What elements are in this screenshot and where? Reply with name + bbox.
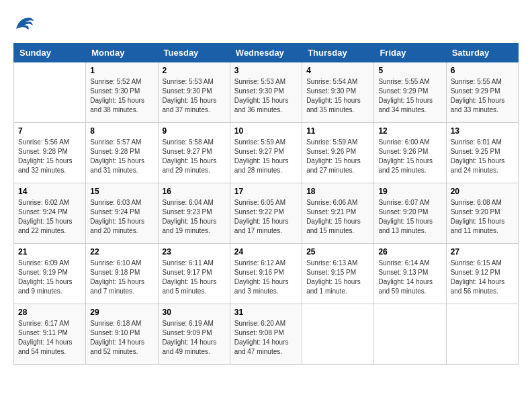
calendar-cell: 24Sunrise: 6:12 AM Sunset: 9:16 PM Dayli… <box>230 244 302 304</box>
day-info: Sunrise: 6:01 AM Sunset: 9:25 PM Dayligh… <box>451 138 514 175</box>
day-info: Sunrise: 6:06 AM Sunset: 9:21 PM Dayligh… <box>306 198 369 236</box>
calendar-cell: 31Sunrise: 6:20 AM Sunset: 9:08 PM Dayli… <box>230 304 302 365</box>
day-info: Sunrise: 6:13 AM Sunset: 9:15 PM Dayligh… <box>306 259 369 296</box>
calendar-cell: 30Sunrise: 6:19 AM Sunset: 9:09 PM Dayli… <box>158 304 230 365</box>
header-tuesday: Tuesday <box>158 44 230 62</box>
day-number: 7 <box>18 126 81 136</box>
day-info: Sunrise: 6:08 AM Sunset: 9:20 PM Dayligh… <box>451 198 514 236</box>
calendar-cell: 7Sunrise: 5:56 AM Sunset: 9:28 PM Daylig… <box>14 123 86 183</box>
day-number: 12 <box>378 126 441 136</box>
day-info: Sunrise: 6:20 AM Sunset: 9:08 PM Dayligh… <box>234 319 298 357</box>
calendar-cell: 27Sunrise: 6:15 AM Sunset: 9:12 PM Dayli… <box>446 244 518 304</box>
day-info: Sunrise: 6:09 AM Sunset: 9:19 PM Dayligh… <box>18 259 81 296</box>
calendar-week-5: 28Sunrise: 6:17 AM Sunset: 9:11 PM Dayli… <box>14 304 519 365</box>
day-number: 19 <box>378 187 441 196</box>
day-number: 11 <box>306 126 369 136</box>
day-info: Sunrise: 5:54 AM Sunset: 9:30 PM Dayligh… <box>306 77 369 115</box>
page-header <box>13 13 519 32</box>
day-info: Sunrise: 5:53 AM Sunset: 9:30 PM Dayligh… <box>163 77 226 115</box>
calendar-cell: 6Sunrise: 5:55 AM Sunset: 9:29 PM Daylig… <box>446 62 518 123</box>
day-number: 17 <box>234 187 298 196</box>
header-saturday: Saturday <box>446 44 518 62</box>
header-friday: Friday <box>374 44 446 62</box>
day-number: 16 <box>163 187 226 196</box>
calendar-cell <box>374 304 446 365</box>
logo-icon <box>13 13 35 32</box>
day-number: 30 <box>163 308 226 317</box>
day-number: 14 <box>18 187 81 196</box>
day-number: 26 <box>378 247 441 257</box>
day-number: 31 <box>234 308 298 317</box>
calendar-cell: 4Sunrise: 5:54 AM Sunset: 9:30 PM Daylig… <box>302 62 374 123</box>
day-number: 23 <box>163 247 226 257</box>
day-number: 5 <box>378 66 441 75</box>
day-info: Sunrise: 5:56 AM Sunset: 9:28 PM Dayligh… <box>18 138 81 175</box>
calendar-header-row: SundayMondayTuesdayWednesdayThursdayFrid… <box>14 44 519 62</box>
calendar-cell: 9Sunrise: 5:58 AM Sunset: 9:27 PM Daylig… <box>158 123 230 183</box>
calendar-cell: 17Sunrise: 6:05 AM Sunset: 9:22 PM Dayli… <box>230 183 302 244</box>
day-info: Sunrise: 6:00 AM Sunset: 9:26 PM Dayligh… <box>378 138 441 175</box>
day-number: 15 <box>90 187 153 196</box>
day-info: Sunrise: 6:11 AM Sunset: 9:17 PM Dayligh… <box>163 259 226 296</box>
calendar-week-4: 21Sunrise: 6:09 AM Sunset: 9:19 PM Dayli… <box>14 244 519 304</box>
calendar-cell: 15Sunrise: 6:03 AM Sunset: 9:24 PM Dayli… <box>86 183 158 244</box>
calendar-cell: 8Sunrise: 5:57 AM Sunset: 9:28 PM Daylig… <box>86 123 158 183</box>
day-number: 18 <box>306 187 369 196</box>
calendar-week-1: 1Sunrise: 5:52 AM Sunset: 9:30 PM Daylig… <box>14 62 519 123</box>
day-info: Sunrise: 5:52 AM Sunset: 9:30 PM Dayligh… <box>90 77 153 115</box>
day-number: 25 <box>306 247 369 257</box>
calendar-cell: 29Sunrise: 6:18 AM Sunset: 9:10 PM Dayli… <box>86 304 158 365</box>
day-info: Sunrise: 6:03 AM Sunset: 9:24 PM Dayligh… <box>90 198 153 236</box>
day-number: 24 <box>234 247 298 257</box>
header-thursday: Thursday <box>302 44 374 62</box>
calendar-cell: 22Sunrise: 6:10 AM Sunset: 9:18 PM Dayli… <box>86 244 158 304</box>
header-sunday: Sunday <box>14 44 86 62</box>
calendar-week-2: 7Sunrise: 5:56 AM Sunset: 9:28 PM Daylig… <box>14 123 519 183</box>
calendar-cell: 13Sunrise: 6:01 AM Sunset: 9:25 PM Dayli… <box>446 123 518 183</box>
day-info: Sunrise: 5:59 AM Sunset: 9:27 PM Dayligh… <box>234 138 298 175</box>
day-info: Sunrise: 6:19 AM Sunset: 9:09 PM Dayligh… <box>163 319 226 357</box>
day-number: 13 <box>451 126 514 136</box>
calendar-cell: 25Sunrise: 6:13 AM Sunset: 9:15 PM Dayli… <box>302 244 374 304</box>
calendar-cell: 2Sunrise: 5:53 AM Sunset: 9:30 PM Daylig… <box>158 62 230 123</box>
calendar-cell: 14Sunrise: 6:02 AM Sunset: 9:24 PM Dayli… <box>14 183 86 244</box>
calendar-cell: 16Sunrise: 6:04 AM Sunset: 9:23 PM Dayli… <box>158 183 230 244</box>
day-number: 22 <box>90 247 153 257</box>
calendar-cell <box>14 62 86 123</box>
day-info: Sunrise: 5:57 AM Sunset: 9:28 PM Dayligh… <box>90 138 153 175</box>
day-info: Sunrise: 6:07 AM Sunset: 9:20 PM Dayligh… <box>378 198 441 236</box>
day-number: 8 <box>90 126 153 136</box>
calendar-table: SundayMondayTuesdayWednesdayThursdayFrid… <box>13 43 519 365</box>
day-info: Sunrise: 5:55 AM Sunset: 9:29 PM Dayligh… <box>451 77 514 115</box>
header-wednesday: Wednesday <box>230 44 302 62</box>
calendar-cell: 20Sunrise: 6:08 AM Sunset: 9:20 PM Dayli… <box>446 183 518 244</box>
header-monday: Monday <box>86 44 158 62</box>
day-info: Sunrise: 6:15 AM Sunset: 9:12 PM Dayligh… <box>451 259 514 296</box>
day-number: 20 <box>451 187 514 196</box>
day-info: Sunrise: 6:04 AM Sunset: 9:23 PM Dayligh… <box>163 198 226 236</box>
calendar-cell: 12Sunrise: 6:00 AM Sunset: 9:26 PM Dayli… <box>374 123 446 183</box>
calendar-cell: 19Sunrise: 6:07 AM Sunset: 9:20 PM Dayli… <box>374 183 446 244</box>
day-info: Sunrise: 6:18 AM Sunset: 9:10 PM Dayligh… <box>90 319 153 357</box>
calendar-cell <box>446 304 518 365</box>
calendar-cell: 18Sunrise: 6:06 AM Sunset: 9:21 PM Dayli… <box>302 183 374 244</box>
day-number: 27 <box>451 247 514 257</box>
day-info: Sunrise: 5:53 AM Sunset: 9:30 PM Dayligh… <box>234 77 298 115</box>
calendar-cell: 5Sunrise: 5:55 AM Sunset: 9:29 PM Daylig… <box>374 62 446 123</box>
day-info: Sunrise: 6:05 AM Sunset: 9:22 PM Dayligh… <box>234 198 298 236</box>
day-info: Sunrise: 5:58 AM Sunset: 9:27 PM Dayligh… <box>163 138 226 175</box>
day-number: 6 <box>451 66 514 75</box>
calendar-cell <box>302 304 374 365</box>
calendar-cell: 11Sunrise: 5:59 AM Sunset: 9:26 PM Dayli… <box>302 123 374 183</box>
calendar-cell: 3Sunrise: 5:53 AM Sunset: 9:30 PM Daylig… <box>230 62 302 123</box>
day-info: Sunrise: 6:14 AM Sunset: 9:13 PM Dayligh… <box>378 259 441 296</box>
day-number: 29 <box>90 308 153 317</box>
calendar-cell: 23Sunrise: 6:11 AM Sunset: 9:17 PM Dayli… <box>158 244 230 304</box>
day-number: 21 <box>18 247 81 257</box>
day-number: 28 <box>18 308 81 317</box>
day-info: Sunrise: 5:55 AM Sunset: 9:29 PM Dayligh… <box>378 77 441 115</box>
day-info: Sunrise: 6:02 AM Sunset: 9:24 PM Dayligh… <box>18 198 81 236</box>
calendar-cell: 28Sunrise: 6:17 AM Sunset: 9:11 PM Dayli… <box>14 304 86 365</box>
logo <box>13 13 38 32</box>
day-number: 9 <box>163 126 226 136</box>
